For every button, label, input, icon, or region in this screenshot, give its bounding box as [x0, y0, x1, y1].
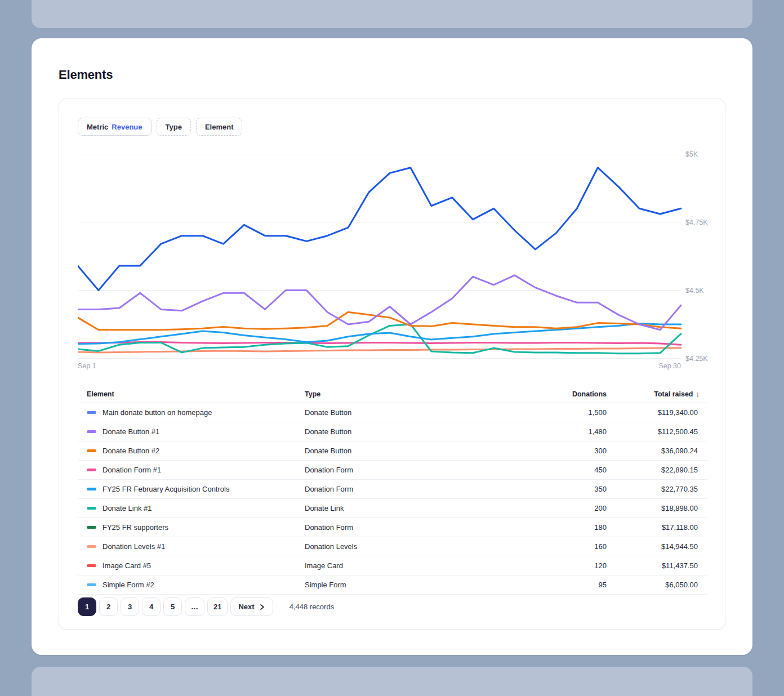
background-card-top: [32, 0, 752, 28]
element-name: Donate Button #1: [103, 427, 159, 436]
series-color-dash: [87, 411, 96, 414]
table-row[interactable]: Donation Form #1Donation Form450$22,890.…: [78, 461, 707, 480]
element-type: Donate Button: [305, 408, 449, 417]
element-name: FY25 FR February Acquisition Controls: [103, 485, 229, 493]
element-name: Donation Form #1: [103, 466, 161, 474]
column-header-element[interactable]: Element: [78, 390, 305, 398]
element-name: Donate Link #1: [103, 504, 152, 512]
total-raised-value: $14,944.50: [607, 542, 707, 551]
element-name: FY25 FR supporters: [103, 523, 168, 532]
element-type: Simple Form: [305, 581, 449, 589]
table-body: Main donate button on homepageDonate But…: [78, 403, 707, 595]
y-axis-label: $5K: [685, 150, 698, 158]
element-type: Donation Levels: [305, 542, 449, 551]
y-axis-label: $4.75K: [685, 218, 708, 226]
donations-value: 120: [449, 561, 607, 570]
records-count: 4,448 records: [289, 603, 335, 611]
series-line-donation-levels-1: [78, 348, 681, 353]
page-button-21[interactable]: 21: [207, 597, 228, 616]
page-button-1[interactable]: 1: [78, 597, 96, 616]
page-button-4[interactable]: 4: [142, 597, 161, 616]
donations-value: 300: [449, 447, 607, 455]
table-row[interactable]: Donation Levels #1Donation Levels160$14,…: [78, 537, 707, 556]
x-axis-label-start: Sep 1: [78, 362, 96, 370]
element-name: Image Card #5: [103, 561, 151, 570]
total-raised-value: $22,890.15: [607, 466, 707, 474]
chevron-right-icon: [259, 604, 265, 610]
element-filter-label: Element: [205, 123, 234, 131]
page-button-5[interactable]: 5: [163, 597, 182, 616]
metric-filter-label: Metric: [87, 123, 108, 131]
element-type: Donation Form: [305, 485, 449, 493]
table-row[interactable]: Donate Button #1Donate Button1,480$112,5…: [78, 422, 707, 441]
next-page-button[interactable]: Next: [230, 597, 273, 616]
donations-value: 1,500: [449, 408, 607, 417]
column-header-donations[interactable]: Donations: [449, 390, 607, 398]
donations-value: 1,480: [449, 427, 607, 436]
next-page-label: Next: [238, 603, 254, 611]
metric-filter-chip[interactable]: Metric Revenue: [78, 118, 152, 136]
column-header-type[interactable]: Type: [305, 390, 449, 398]
y-axis-label: $4.5K: [685, 287, 704, 295]
element-name: Simple Form #2: [103, 581, 154, 589]
element-type: Image Card: [305, 561, 449, 570]
element-name: Donation Levels #1: [103, 542, 165, 551]
table-row[interactable]: Image Card #5Image Card120$11,437.50: [78, 556, 707, 575]
page-button-3[interactable]: 3: [121, 597, 139, 616]
series-line-main-donate-button-on-homepage: [78, 168, 681, 291]
total-raised-value: $17,118.00: [607, 523, 707, 532]
background-card-bottom: [32, 667, 752, 696]
elements-card: Metric Revenue Type Element $4.25K$4.5K$…: [59, 99, 725, 630]
table-header-row: Element Type Donations Total raised ↓: [78, 385, 707, 403]
series-color-dash: [87, 583, 96, 586]
column-header-total-raised[interactable]: Total raised ↓: [607, 390, 707, 398]
element-filter-chip[interactable]: Element: [196, 118, 243, 136]
total-raised-value: $119,340.00: [607, 408, 707, 417]
element-name: Main donate button on homepage: [103, 408, 212, 417]
donations-value: 200: [449, 504, 607, 512]
total-raised-value: $11,437.50: [607, 561, 707, 570]
page-ellipsis: …: [185, 597, 204, 616]
filter-bar: Metric Revenue Type Element: [78, 118, 242, 136]
element-type: Donate Button: [305, 427, 449, 436]
table-row[interactable]: FY25 FR supportersDonation Form180$17,11…: [78, 518, 707, 537]
element-name: Donate Button #2: [103, 447, 159, 455]
pagination: 12345…21Next4,448 records: [78, 597, 334, 616]
column-header-total-raised-label: Total raised: [654, 390, 693, 398]
donations-value: 160: [449, 542, 607, 551]
series-line-fy25-fr-february-acquisition-controls: [78, 324, 681, 344]
page-button-2[interactable]: 2: [99, 597, 118, 616]
element-type: Donation Form: [305, 523, 449, 532]
total-raised-value: $18,898.00: [607, 504, 707, 512]
type-filter-chip[interactable]: Type: [157, 118, 191, 136]
revenue-line-chart: $4.25K$4.5K$4.75K$5KSep 1Sep 30: [78, 139, 709, 372]
donations-value: 350: [449, 485, 607, 493]
table-row[interactable]: Main donate button on homepageDonate But…: [78, 403, 707, 422]
table-row[interactable]: Simple Form #2Simple Form95$6,050.00: [78, 575, 707, 595]
series-line-donate-button-1: [78, 275, 681, 330]
series-color-dash: [87, 564, 96, 567]
series-color-dash: [87, 449, 96, 452]
type-filter-label: Type: [166, 123, 182, 131]
sort-desc-icon: ↓: [696, 390, 700, 398]
total-raised-value: $22,770.35: [607, 485, 707, 493]
series-color-dash: [87, 469, 96, 471]
series-color-dash: [87, 430, 96, 433]
table-row[interactable]: Donate Button #2Donate Button300$36,090.…: [78, 441, 707, 461]
donations-value: 180: [449, 523, 607, 532]
series-color-dash: [87, 526, 96, 529]
element-type: Donate Link: [305, 504, 449, 512]
x-axis-label-end: Sep 30: [658, 362, 681, 370]
donations-value: 450: [449, 466, 607, 474]
element-type: Donation Form: [305, 466, 449, 474]
donations-value: 95: [449, 581, 607, 589]
table-row[interactable]: FY25 FR February Acquisition ControlsDon…: [78, 480, 707, 499]
elements-panel: Elements Metric Revenue Type Element $4.…: [32, 38, 752, 655]
elements-table: Element Type Donations Total raised ↓ Ma…: [78, 385, 707, 595]
table-row[interactable]: Donate Link #1Donate Link200$18,898.00: [78, 499, 707, 518]
total-raised-value: $36,090.24: [607, 447, 707, 455]
element-type: Donate Button: [305, 447, 449, 455]
total-raised-value: $112,500.45: [607, 427, 707, 436]
total-raised-value: $6,050.00: [607, 581, 707, 589]
y-axis-label: $4.25K: [685, 355, 708, 363]
